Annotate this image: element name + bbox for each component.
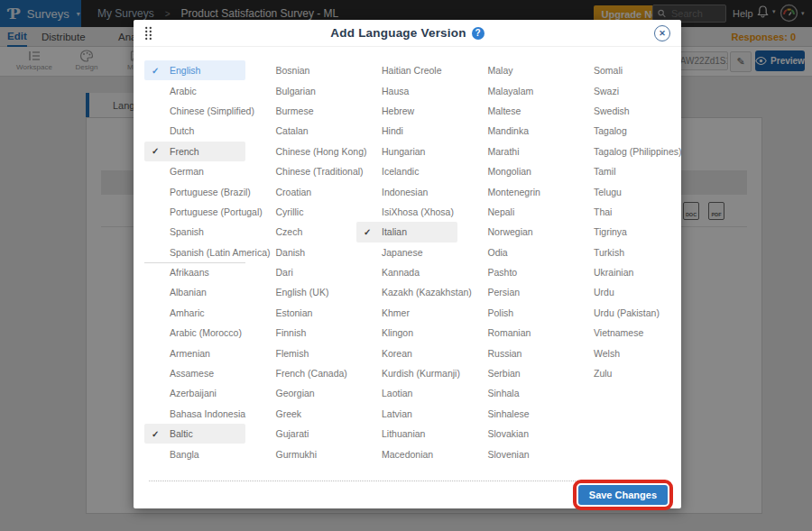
language-option-french[interactable]: ✓French bbox=[144, 142, 245, 161]
language-option-korean[interactable]: Korean bbox=[356, 343, 457, 362]
language-option-tigrinya[interactable]: Tigrinya bbox=[568, 222, 669, 242]
language-option-turkish[interactable]: Turkish bbox=[568, 243, 669, 262]
language-option-danish[interactable]: Danish bbox=[251, 243, 352, 262]
help-icon[interactable]: ? bbox=[472, 27, 484, 40]
language-option-mandinka[interactable]: Mandinka bbox=[463, 121, 564, 141]
language-option-dutch[interactable]: Dutch bbox=[144, 121, 245, 141]
language-option-amharic[interactable]: Amharic bbox=[144, 303, 245, 323]
language-option-bosnian[interactable]: Bosnian bbox=[251, 60, 352, 80]
language-option-pashto[interactable]: Pashto bbox=[463, 262, 564, 282]
language-option-norwegian[interactable]: Norwegian bbox=[463, 222, 564, 242]
language-option-nepali[interactable]: Nepali bbox=[463, 202, 564, 222]
language-option-maltese[interactable]: Maltese bbox=[463, 101, 564, 121]
language-option-finnish[interactable]: Finnish bbox=[251, 323, 352, 343]
language-option-polish[interactable]: Polish bbox=[463, 303, 564, 323]
language-option-malayalam[interactable]: Malayalam bbox=[463, 80, 564, 100]
language-option-catalan[interactable]: Catalan bbox=[251, 121, 352, 141]
language-option-cyrillic[interactable]: Cyrillic bbox=[251, 202, 352, 222]
language-option-macedonian[interactable]: Macedonian bbox=[356, 444, 457, 463]
language-option-swedish[interactable]: Swedish bbox=[568, 101, 669, 121]
language-option-isixhosa-xhosa[interactable]: IsiXhosa (Xhosa) bbox=[356, 202, 457, 222]
language-option-armenian[interactable]: Armenian bbox=[144, 343, 245, 362]
language-option-bangla[interactable]: Bangla bbox=[144, 444, 245, 463]
language-option-chinese-traditional[interactable]: Chinese (Traditional) bbox=[251, 161, 352, 181]
language-option-urdu-pakistan[interactable]: Urdu (Pakistan) bbox=[568, 303, 669, 323]
language-option-icelandic[interactable]: Icelandic bbox=[356, 161, 457, 181]
language-option-english[interactable]: ✓English bbox=[144, 60, 245, 80]
language-option-spanish-latin-america[interactable]: Spanish (Latin America) bbox=[144, 243, 245, 262]
language-option-georgian[interactable]: Georgian bbox=[251, 383, 352, 403]
language-option-estonian[interactable]: Estonian bbox=[251, 303, 352, 323]
language-option-mongolian[interactable]: Mongolian bbox=[463, 161, 564, 181]
language-option-czech[interactable]: Czech bbox=[251, 222, 352, 242]
language-option-montenegrin[interactable]: Montenegrin bbox=[463, 181, 564, 201]
language-option-marathi[interactable]: Marathi bbox=[463, 142, 564, 161]
language-option-persian[interactable]: Persian bbox=[463, 282, 564, 302]
language-option-serbian[interactable]: Serbian bbox=[463, 363, 564, 383]
language-option-lithuanian[interactable]: Lithuanian bbox=[356, 424, 457, 444]
language-option-hebrew[interactable]: Hebrew bbox=[356, 101, 457, 121]
language-option-romanian[interactable]: Romanian bbox=[463, 323, 564, 343]
language-option-croatian[interactable]: Croatian bbox=[251, 181, 352, 201]
language-option-zulu[interactable]: Zulu bbox=[568, 363, 669, 383]
language-option-bulgarian[interactable]: Bulgarian bbox=[251, 80, 352, 100]
language-option-gujarati[interactable]: Gujarati bbox=[251, 424, 352, 444]
language-option-russian[interactable]: Russian bbox=[463, 343, 564, 362]
language-option-hindi[interactable]: Hindi bbox=[356, 121, 457, 141]
language-option-french-canada[interactable]: French (Canada) bbox=[251, 363, 352, 383]
language-option-baltic[interactable]: ✓Baltic bbox=[144, 424, 245, 444]
language-option-flemish[interactable]: Flemish bbox=[251, 343, 352, 362]
language-option-assamese[interactable]: Assamese bbox=[144, 363, 245, 383]
language-option-greek[interactable]: Greek bbox=[251, 404, 352, 424]
drag-handle-icon[interactable] bbox=[144, 26, 152, 41]
language-option-spanish[interactable]: Spanish bbox=[144, 222, 245, 242]
language-option-afrikaans[interactable]: Afrikaans bbox=[144, 262, 245, 282]
language-option-kannada[interactable]: Kannada bbox=[356, 262, 457, 282]
language-option-chinese-hong-kong[interactable]: Chinese (Hong Kong) bbox=[251, 142, 352, 161]
language-option-gurmukhi[interactable]: Gurmukhi bbox=[251, 444, 352, 463]
language-option-sinhalese[interactable]: Sinhalese bbox=[463, 404, 564, 424]
language-option-hungarian[interactable]: Hungarian bbox=[356, 142, 457, 161]
language-option-sinhala[interactable]: Sinhala bbox=[463, 383, 564, 403]
language-option-dari[interactable]: Dari bbox=[251, 262, 352, 282]
language-option-klingon[interactable]: Klingon bbox=[356, 323, 457, 343]
close-icon[interactable]: ✕ bbox=[654, 25, 670, 41]
language-option-welsh[interactable]: Welsh bbox=[568, 343, 669, 362]
language-option-khmer[interactable]: Khmer bbox=[356, 303, 457, 323]
language-option-kazakh-kazakhstan[interactable]: Kazakh (Kazakhstan) bbox=[356, 282, 457, 302]
language-option-arabic-morocco[interactable]: Arabic (Morocco) bbox=[144, 323, 245, 343]
language-option-burmese[interactable]: Burmese bbox=[251, 101, 352, 121]
language-option-tagalog-philippines[interactable]: Tagalog (Philippines) bbox=[568, 142, 669, 161]
language-option-english-uk[interactable]: English (UK) bbox=[251, 282, 352, 302]
language-option-italian[interactable]: ✓Italian bbox=[356, 222, 457, 242]
language-option-vietnamese[interactable]: Vietnamese bbox=[568, 323, 669, 343]
language-option-thai[interactable]: Thai bbox=[568, 202, 669, 222]
language-option-chinese-simplified[interactable]: Chinese (Simplified) bbox=[144, 101, 245, 121]
language-option-japanese[interactable]: Japanese bbox=[356, 243, 457, 262]
language-option-tagalog[interactable]: Tagalog bbox=[568, 121, 669, 141]
language-option-urdu[interactable]: Urdu bbox=[568, 282, 669, 302]
language-option-hausa[interactable]: Hausa bbox=[356, 80, 457, 100]
language-option-portuguese-brazil[interactable]: Portuguese (Brazil) bbox=[144, 181, 245, 201]
language-option-slovakian[interactable]: Slovakian bbox=[463, 424, 564, 444]
language-option-azerbaijani[interactable]: Azerbaijani bbox=[144, 383, 245, 403]
language-option-german[interactable]: German bbox=[144, 161, 245, 181]
language-option-indonesian[interactable]: Indonesian bbox=[356, 181, 457, 201]
language-option-slovenian[interactable]: Slovenian bbox=[463, 444, 564, 463]
language-option-arabic[interactable]: Arabic bbox=[144, 80, 245, 100]
language-option-latvian[interactable]: Latvian bbox=[356, 404, 457, 424]
language-option-telugu[interactable]: Telugu bbox=[568, 181, 669, 201]
language-option-swazi[interactable]: Swazi bbox=[568, 80, 669, 100]
language-option-haitian-creole[interactable]: Haitian Creole bbox=[356, 60, 457, 80]
save-changes-button[interactable]: Save Changes bbox=[578, 485, 668, 505]
language-option-portuguese-portugal[interactable]: Portuguese (Portugal) bbox=[144, 202, 245, 222]
language-option-ukrainian[interactable]: Ukrainian bbox=[568, 262, 669, 282]
language-option-tamil[interactable]: Tamil bbox=[568, 161, 669, 181]
language-option-bahasa-indonesia[interactable]: Bahasa Indonesia bbox=[144, 404, 245, 424]
language-option-kurdish-kurmanji[interactable]: Kurdish (Kurmanji) bbox=[356, 363, 457, 383]
language-option-malay[interactable]: Malay bbox=[463, 60, 564, 80]
language-option-albanian[interactable]: Albanian bbox=[144, 282, 245, 302]
language-option-odia[interactable]: Odia bbox=[463, 243, 564, 262]
language-option-laotian[interactable]: Laotian bbox=[356, 383, 457, 403]
language-option-somali[interactable]: Somali bbox=[568, 60, 669, 80]
